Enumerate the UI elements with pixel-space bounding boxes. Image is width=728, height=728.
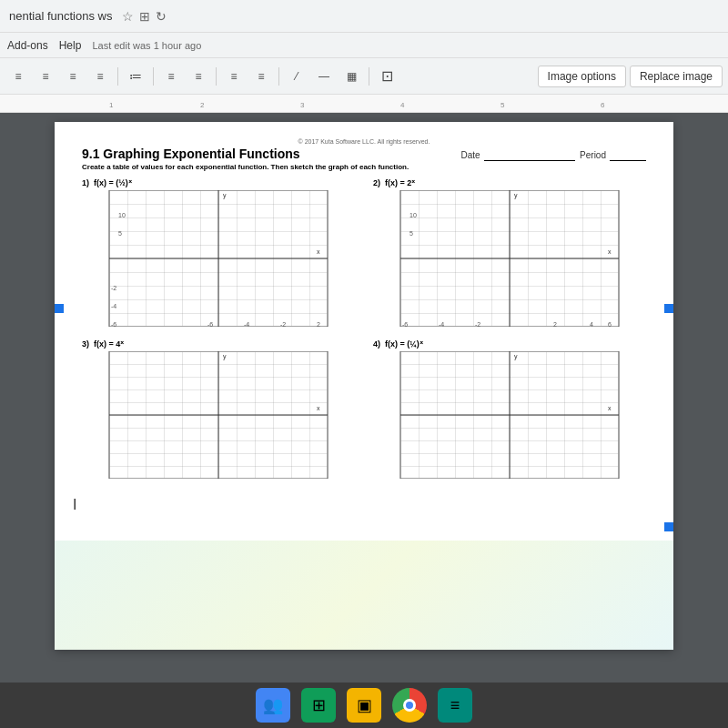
svg-text:y: y bbox=[223, 353, 227, 360]
taskbar-files-icon[interactable]: ≡ bbox=[438, 688, 472, 723]
problem-4-func: f(x) = (¼)ˣ bbox=[385, 339, 423, 349]
taskbar-slides-icon[interactable]: ▣ bbox=[347, 688, 381, 723]
svg-text:y: y bbox=[514, 353, 518, 360]
document-title: nential functions ws bbox=[9, 9, 112, 23]
problem-4: 4) f(x) = (¼)ˣ x bbox=[373, 339, 646, 488]
sep2 bbox=[153, 67, 154, 86]
ruler-mark-2: 2 bbox=[200, 101, 204, 109]
indent-btn[interactable]: ≡ bbox=[158, 64, 184, 89]
ruler-marks: 1 2 3 4 5 6 bbox=[9, 95, 719, 112]
problem-1-graph: x y -6 -4 -2 2 -6 -4 -2 10 5 bbox=[82, 190, 355, 327]
align-left-btn[interactable]: ≡ bbox=[5, 64, 31, 89]
problem-1-func: f(x) = (½)ˣ bbox=[94, 178, 132, 187]
svg-text:x: x bbox=[608, 248, 612, 255]
selection-handle-br[interactable] bbox=[664, 522, 673, 531]
svg-text:x: x bbox=[317, 248, 320, 255]
text-cursor: I bbox=[73, 497, 76, 513]
cloud-icon: ↻ bbox=[156, 9, 167, 24]
svg-text:x: x bbox=[608, 405, 612, 411]
name-date-row: 9.1 Graphing Exponential Functions Date … bbox=[82, 147, 646, 161]
table-btn[interactable]: ▦ bbox=[339, 64, 364, 89]
worksheet-title: 9.1 Graphing Exponential Functions bbox=[82, 147, 300, 161]
grid-icon: ⊞ bbox=[139, 9, 150, 24]
svg-text:10: 10 bbox=[410, 212, 417, 218]
instructions-text: Create a table of values for each expone… bbox=[82, 163, 646, 171]
taskbar-chrome-icon[interactable] bbox=[392, 688, 427, 723]
ruler-mark-1: 1 bbox=[109, 101, 113, 109]
draw-btn[interactable]: ∕ bbox=[284, 64, 309, 89]
date-line[interactable] bbox=[484, 150, 575, 161]
svg-text:-2: -2 bbox=[111, 285, 116, 291]
taskbar: 👥 ⊞ ▣ ≡ bbox=[0, 682, 728, 728]
line-btn[interactable]: — bbox=[311, 64, 337, 89]
sep4 bbox=[278, 67, 279, 86]
toolbar: ≡ ≡ ≡ ≡ ≔ ≡ ≡ ≡ ≡ ∕ — ▦ ⊡ Image options … bbox=[0, 58, 728, 95]
menu-bar: Add-ons Help Last edit was 1 hour ago bbox=[0, 33, 728, 58]
svg-text:-6: -6 bbox=[402, 321, 408, 327]
svg-text:6: 6 bbox=[608, 321, 612, 327]
svg-text:x: x bbox=[317, 405, 320, 411]
problem-3-label: 3) f(x) = 4ˣ bbox=[82, 339, 355, 349]
svg-text:-4: -4 bbox=[111, 303, 116, 309]
sep5 bbox=[369, 67, 369, 86]
ruler: 1 2 3 4 5 6 bbox=[0, 95, 728, 113]
document: © 2017 Kuta Software LLC. All rights res… bbox=[55, 122, 673, 650]
content-area: © 2017 Kuta Software LLC. All rights res… bbox=[0, 113, 728, 682]
svg-text:2: 2 bbox=[317, 321, 320, 327]
selection-handle-left[interactable] bbox=[55, 304, 64, 313]
ruler-mark-4: 4 bbox=[400, 101, 404, 109]
problem-3: 3) f(x) = 4ˣ x bbox=[82, 339, 355, 488]
graph-1-svg: x y -6 -4 -2 2 -6 -4 -2 10 5 bbox=[82, 190, 355, 327]
image-options-btn[interactable]: Image options bbox=[538, 66, 626, 87]
problem-1: 1) f(x) = (½)ˣ bbox=[82, 178, 355, 327]
toolbar-right: Image options Replace image bbox=[538, 66, 723, 87]
star-icon[interactable]: ☆ bbox=[122, 9, 134, 24]
format-btn[interactable]: ≡ bbox=[221, 64, 247, 89]
problem-2-graph: x y -6 -4 -2 2 4 6 10 5 bbox=[373, 190, 646, 327]
taskbar-sheets-icon[interactable]: ⊞ bbox=[301, 688, 336, 723]
svg-text:4: 4 bbox=[590, 321, 593, 327]
menu-help[interactable]: Help bbox=[59, 39, 82, 52]
graph-4-svg: x y bbox=[373, 351, 646, 479]
last-edit-label: Last edit was 1 hour ago bbox=[92, 40, 201, 51]
menu-addons[interactable]: Add-ons bbox=[7, 39, 48, 52]
svg-text:-2: -2 bbox=[475, 321, 480, 327]
taskbar-people-icon[interactable]: 👥 bbox=[256, 688, 290, 723]
replace-image-btn[interactable]: Replace image bbox=[630, 66, 723, 87]
graph-3-svg: x y bbox=[82, 351, 355, 479]
problem-1-label: 1) f(x) = (½)ˣ bbox=[82, 178, 355, 187]
list-btn[interactable]: ≔ bbox=[123, 64, 148, 89]
sep3 bbox=[216, 67, 217, 86]
title-bar: nential functions ws ☆ ⊞ ↻ bbox=[0, 0, 728, 33]
svg-text:-6: -6 bbox=[111, 321, 116, 327]
svg-text:10: 10 bbox=[118, 212, 126, 218]
selection-handle-right[interactable] bbox=[664, 304, 673, 313]
svg-text:y: y bbox=[514, 192, 518, 199]
problem-2-func: f(x) = 2ˣ bbox=[385, 178, 415, 187]
svg-text:-4: -4 bbox=[439, 321, 444, 327]
problem-4-graph: x y bbox=[373, 351, 646, 488]
problem-2: 2) f(x) = 2ˣ x bbox=[373, 178, 646, 327]
problem-2-label: 2) f(x) = 2ˣ bbox=[373, 178, 646, 187]
align-center-btn[interactable]: ≡ bbox=[33, 64, 58, 89]
align-justify-btn[interactable]: ≡ bbox=[87, 64, 113, 89]
period-line[interactable] bbox=[610, 150, 646, 161]
svg-text:y: y bbox=[223, 192, 227, 199]
svg-text:-2: -2 bbox=[280, 321, 286, 327]
doc-overlay bbox=[55, 541, 673, 650]
problems-grid: 1) f(x) = (½)ˣ bbox=[82, 178, 646, 488]
align2-btn[interactable]: ≡ bbox=[248, 64, 274, 89]
svg-text:5: 5 bbox=[410, 230, 413, 237]
align-right-btn[interactable]: ≡ bbox=[60, 64, 86, 89]
svg-text:-6: -6 bbox=[207, 321, 213, 327]
date-period-label: Date Period bbox=[460, 150, 646, 161]
svg-text:2: 2 bbox=[553, 321, 557, 327]
problem-3-graph: x y bbox=[82, 351, 355, 488]
crop-btn[interactable]: ⊡ bbox=[374, 64, 399, 89]
graph-2-svg: x y -6 -4 -2 2 4 6 10 5 bbox=[373, 190, 646, 327]
svg-text:-4: -4 bbox=[244, 321, 249, 327]
outdent-btn[interactable]: ≡ bbox=[186, 64, 211, 89]
copyright-text: © 2017 Kuta Software LLC. All rights res… bbox=[82, 138, 646, 145]
ruler-mark-3: 3 bbox=[300, 101, 304, 109]
problem-3-func: f(x) = 4ˣ bbox=[94, 339, 124, 349]
